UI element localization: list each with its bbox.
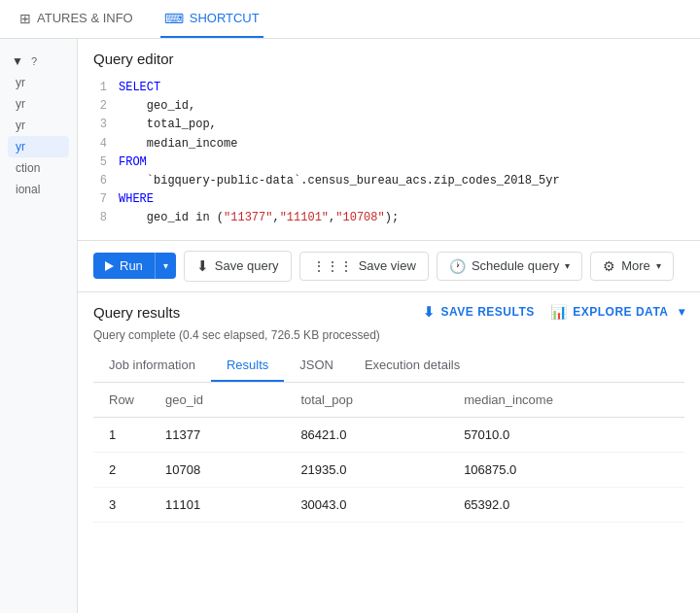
explore-data-button[interactable]: 📊 EXPLORE DATA ▾ — [550, 304, 684, 320]
tab-features-label: ATURES & INFO — [37, 11, 133, 25]
more-chevron-icon: ▾ — [656, 260, 661, 271]
more-label: More — [621, 258, 650, 273]
table-row: 2 10708 21935.0 106875.0 — [93, 452, 684, 487]
save-view-icon: ⋮⋮⋮ — [312, 258, 353, 274]
table-row: 3 11101 30043.0 65392.0 — [93, 487, 684, 522]
results-header: Query results ⬇ SAVE RESULTS 📊 EXPLORE D… — [93, 304, 684, 321]
gear-icon: ⚙ — [603, 258, 615, 274]
explore-chevron-icon: ▾ — [679, 305, 685, 319]
code-line-1: 1 SELECT — [93, 79, 684, 97]
tab-features-info[interactable]: ⊞ ATURES & INFO — [16, 0, 137, 38]
tab-results[interactable]: Results — [211, 350, 284, 382]
tab-shortcut[interactable]: ⌨ SHORTCUT — [160, 0, 263, 38]
save-query-label: Save query — [215, 258, 279, 273]
save-results-button[interactable]: ⬇ SAVE RESULTS — [423, 304, 535, 320]
download-icon: ⬇ — [423, 304, 436, 320]
col-header-row: Row — [93, 383, 150, 418]
query-editor-title: Query editor — [93, 51, 684, 67]
code-line-7: 7 WHERE — [93, 190, 684, 209]
save-view-label: Save view — [359, 258, 416, 273]
schedule-query-button[interactable]: 🕐 Schedule query ▾ — [437, 252, 582, 281]
cell-geo-id-1: 11377 — [150, 417, 285, 452]
cell-total-pop-2: 21935.0 — [285, 452, 448, 487]
code-line-3: 3 total_pop, — [93, 116, 684, 134]
cell-geo-id-3: 11101 — [150, 487, 285, 522]
code-line-4: 4 median_income — [93, 135, 684, 153]
sidebar-item-3[interactable]: yr — [8, 115, 69, 136]
code-line-8: 8 geo_id in ("11377","11101","10708"); — [93, 209, 684, 227]
table-icon: ⊞ — [19, 11, 31, 26]
filter-icon[interactable]: ? — [31, 55, 37, 67]
table-header-row: Row geo_id total_pop median_income — [93, 383, 684, 418]
results-section: Query results ⬇ SAVE RESULTS 📊 EXPLORE D… — [78, 292, 700, 614]
shortcut-icon: ⌨ — [164, 11, 184, 26]
toolbar: Run ▾ ⬇ Save query ⋮⋮⋮ Save view 🕐 Sched… — [78, 241, 700, 292]
code-line-2: 2 geo_id, — [93, 97, 684, 116]
cell-row-1: 1 — [93, 417, 150, 452]
code-line-6: 6 `bigquery-public-data`.census_bureau_a… — [93, 172, 684, 190]
schedule-chevron-icon: ▾ — [565, 260, 570, 271]
chevron-down-icon: ▾ — [163, 260, 168, 271]
more-button[interactable]: ⚙ More ▾ — [590, 252, 674, 281]
cell-row-2: 2 — [93, 452, 150, 487]
chevron-icon: ▼ — [12, 54, 23, 68]
cell-row-3: 3 — [93, 487, 150, 522]
tab-json[interactable]: JSON — [284, 350, 349, 382]
col-header-total-pop: total_pop — [285, 383, 448, 418]
sidebar-item-4[interactable]: yr — [8, 136, 69, 157]
tab-job-information[interactable]: Job information — [93, 350, 211, 382]
col-header-median-income: median_income — [448, 383, 684, 418]
clock-icon: 🕐 — [449, 258, 466, 274]
cell-median-income-3: 65392.0 — [448, 487, 684, 522]
query-status: Query complete (0.4 sec elapsed, 726.5 K… — [93, 328, 684, 342]
sidebar-item-1[interactable]: yr — [8, 72, 69, 93]
run-label: Run — [120, 258, 143, 273]
cell-median-income-1: 57010.0 — [448, 417, 684, 452]
tab-shortcut-label: SHORTCUT — [190, 11, 260, 25]
sidebar-item-2[interactable]: yr — [8, 93, 69, 115]
main-layout: ▼ ? yr yr yr yr ction ional Query editor… — [0, 39, 700, 613]
schedule-label: Schedule query — [472, 258, 559, 273]
cell-total-pop-3: 30043.0 — [285, 487, 448, 522]
cell-median-income-2: 106875.0 — [448, 452, 684, 487]
run-button-group: Run ▾ — [93, 253, 176, 279]
sidebar-header[interactable]: ▼ ? — [8, 51, 69, 72]
sidebar: ▼ ? yr yr yr yr ction ional — [0, 39, 78, 613]
sidebar-item-6[interactable]: ional — [8, 179, 69, 200]
save-query-button[interactable]: ⬇ Save query — [184, 251, 292, 282]
query-editor-section: Query editor 1 SELECT 2 geo_id, 3 total_… — [78, 39, 700, 241]
content-area: Query editor 1 SELECT 2 geo_id, 3 total_… — [78, 39, 700, 613]
save-query-icon: ⬇ — [196, 257, 209, 275]
col-header-geo-id: geo_id — [150, 383, 285, 418]
results-tabs: Job information Results JSON Execution d… — [93, 350, 684, 383]
results-actions: ⬇ SAVE RESULTS 📊 EXPLORE DATA ▾ — [423, 304, 684, 320]
results-table: Row geo_id total_pop median_income 1 113… — [93, 383, 684, 523]
table-row: 1 11377 86421.0 57010.0 — [93, 417, 684, 452]
tab-execution-details[interactable]: Execution details — [349, 350, 475, 382]
run-button[interactable]: Run — [93, 253, 155, 279]
cell-geo-id-2: 10708 — [150, 452, 285, 487]
explore-data-label: EXPLORE DATA — [573, 305, 668, 319]
code-block[interactable]: 1 SELECT 2 geo_id, 3 total_pop, 4 median… — [93, 79, 684, 228]
run-dropdown-button[interactable]: ▾ — [155, 253, 176, 279]
sidebar-item-5[interactable]: ction — [8, 157, 69, 179]
chart-icon: 📊 — [550, 304, 568, 320]
save-results-label: SAVE RESULTS — [441, 305, 535, 319]
play-icon — [105, 261, 114, 271]
results-title: Query results — [93, 304, 180, 321]
top-nav: ⊞ ATURES & INFO ⌨ SHORTCUT — [0, 0, 700, 39]
save-view-button[interactable]: ⋮⋮⋮ Save view — [299, 252, 429, 281]
cell-total-pop-1: 86421.0 — [285, 417, 448, 452]
code-line-5: 5 FROM — [93, 153, 684, 172]
